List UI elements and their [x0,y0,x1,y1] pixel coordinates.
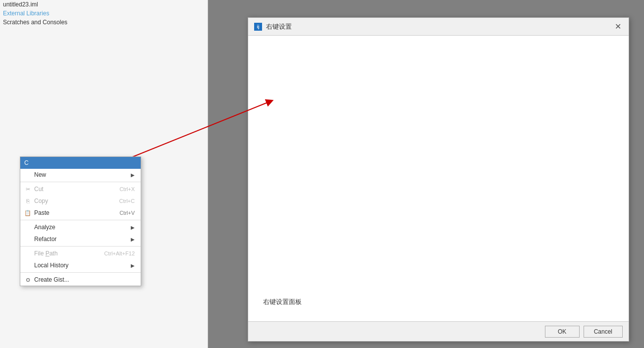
context-menu-item-c[interactable]: C [20,157,141,169]
context-menu-item-localhistory[interactable]: Local History ▶ [20,259,141,271]
context-menu-localhistory-label: Local History [34,262,68,269]
dialog-content-label: 右键设置面板 [263,298,302,306]
menu-separator-2 [20,220,141,220]
menu-separator-4 [20,272,141,273]
dialog-footer: OK Cancel [248,321,629,341]
context-menu-item-creategist[interactable]: ⊙ Create Gist... [20,274,141,286]
context-menu-paste-label: Paste [34,209,50,216]
context-menu: C New ▶ ✂ Cut Ctrl+X ⎘ Copy Ctrl+C 📋 Pas… [20,156,141,286]
dialog: ij 右键设置 ✕ 右键设置面板 OK Cancel [248,17,629,342]
cancel-button[interactable]: Cancel [584,326,623,338]
context-menu-copy-label: Copy [34,198,48,204]
context-menu-c-label: C [24,159,29,166]
ok-button[interactable]: OK [545,326,580,338]
context-menu-cut-label: Cut [34,186,44,193]
tree-item-file[interactable]: untitled23.iml [0,0,208,9]
context-menu-item-refactor[interactable]: Refactor ▶ [20,233,141,245]
menu-separator-1 [20,182,141,182]
paste-shortcut: Ctrl+V [119,210,135,216]
menu-separator-3 [20,246,141,247]
tree-item-scratches[interactable]: Scratches and Consoles [0,18,208,27]
context-menu-item-new[interactable]: New ▶ [20,169,141,181]
dialog-app-icon: ij [254,23,262,31]
copy-icon: ⎘ [24,198,31,204]
context-menu-item-cut: ✂ Cut Ctrl+X [20,183,141,195]
analyze-icon [24,224,31,231]
context-menu-refactor-label: Refactor [34,236,56,243]
localhistory-icon [24,262,31,269]
refactor-icon [24,236,31,243]
analyze-arrow-icon: ▶ [131,225,135,230]
dialog-titlebar: ij 右键设置 ✕ [248,18,629,36]
refactor-arrow-icon: ▶ [131,237,135,242]
copy-shortcut: Ctrl+C [119,198,135,204]
cut-icon: ✂ [24,186,31,193]
dialog-title: 右键设置 [266,22,292,31]
context-menu-filepath-label: File Path [34,250,57,257]
cut-shortcut: Ctrl+X [119,186,135,192]
dialog-content: 右键设置面板 [248,36,629,321]
dialog-close-button[interactable]: ✕ [613,22,623,32]
filepath-icon [24,250,31,257]
context-menu-analyze-label: Analyze [34,224,55,231]
context-menu-item-analyze[interactable]: Analyze ▶ [20,221,141,233]
context-menu-item-filepath: File Path Ctrl+Alt+F12 [20,248,141,259]
context-menu-new-label: New [34,171,46,178]
context-menu-item-paste[interactable]: 📋 Paste Ctrl+V [20,207,141,219]
filepath-shortcut: Ctrl+Alt+F12 [104,250,135,256]
tree-item-libraries[interactable]: External Libraries [0,9,208,18]
github-icon: ⊙ [24,276,31,283]
dialog-overlay: ij 右键设置 ✕ 右键设置面板 OK Cancel [208,0,644,348]
new-icon [24,171,31,178]
new-arrow-icon: ▶ [131,172,135,178]
context-menu-item-copy: ⎘ Copy Ctrl+C [20,195,141,207]
localhistory-arrow-icon: ▶ [131,263,135,268]
context-menu-creategist-label: Create Gist... [34,276,69,283]
dialog-title-left: ij 右键设置 [254,22,292,31]
paste-icon: 📋 [24,209,31,216]
